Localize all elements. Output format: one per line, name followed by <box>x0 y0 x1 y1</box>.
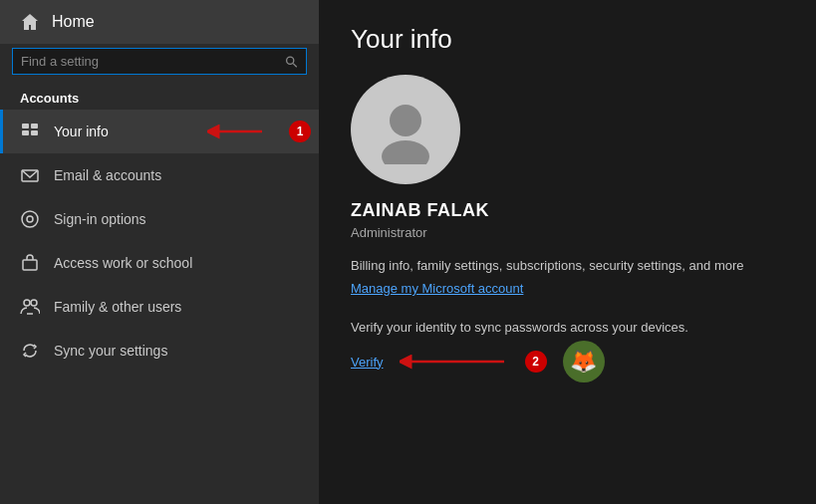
user-name: ZAINAB FALAK <box>351 200 784 221</box>
family-icon <box>20 297 40 317</box>
verify-row: Verify 2 🦊 <box>351 341 784 382</box>
sidebar-item-home[interactable]: Home <box>0 0 319 44</box>
verify-text: Verify your identity to sync passwords a… <box>351 320 784 335</box>
sidebar-item-family-users[interactable]: Family & other users <box>0 285 319 329</box>
svg-line-1 <box>293 63 297 67</box>
annotation-bubble-2: 2 <box>525 351 547 373</box>
home-label: Home <box>52 13 95 31</box>
search-icon <box>285 55 298 69</box>
search-box[interactable] <box>12 48 307 75</box>
your-info-label: Your info <box>54 124 109 139</box>
search-input[interactable] <box>21 54 279 69</box>
svg-rect-2 <box>22 124 29 128</box>
sidebar-item-access-work[interactable]: Access work or school <box>0 241 319 285</box>
sign-in-label: Sign-in options <box>54 211 146 227</box>
access-work-label: Access work or school <box>54 255 192 271</box>
annotation-arrow-1 <box>207 122 267 141</box>
billing-text: Billing info, family settings, subscript… <box>351 258 784 273</box>
mascot-avatar: 🦊 <box>563 341 605 382</box>
svg-point-10 <box>27 216 33 222</box>
svg-point-15 <box>382 140 429 164</box>
svg-point-13 <box>31 300 37 306</box>
svg-rect-11 <box>23 260 37 270</box>
your-info-icon <box>20 122 40 141</box>
sidebar-item-your-info[interactable]: Your info 1 <box>0 110 319 153</box>
sidebar-item-email-accounts[interactable]: Email & accounts <box>0 153 319 197</box>
svg-rect-5 <box>31 130 38 135</box>
manage-account-link[interactable]: Manage my Microsoft account <box>351 281 523 296</box>
page-title: Your info <box>351 24 784 55</box>
avatar-icon <box>371 95 440 164</box>
sync-icon <box>20 341 40 361</box>
svg-point-9 <box>22 211 38 227</box>
email-accounts-label: Email & accounts <box>54 167 161 183</box>
user-role: Administrator <box>351 225 784 240</box>
svg-point-12 <box>24 300 30 306</box>
home-icon <box>20 12 40 32</box>
family-users-label: Family & other users <box>54 299 181 315</box>
annotation-arrow-2 <box>400 351 509 373</box>
svg-rect-3 <box>31 124 38 128</box>
sidebar-item-sign-in[interactable]: Sign-in options <box>0 197 319 241</box>
email-icon <box>20 165 40 185</box>
svg-point-14 <box>390 105 421 136</box>
access-work-icon <box>20 253 40 273</box>
sidebar-item-sync[interactable]: Sync your settings <box>0 329 319 373</box>
main-content: Your info ZAINAB FALAK Administrator Bil… <box>319 0 816 504</box>
svg-rect-4 <box>22 130 29 135</box>
sync-label: Sync your settings <box>54 343 167 359</box>
avatar <box>351 75 460 184</box>
verify-link[interactable]: Verify <box>351 355 384 370</box>
accounts-section-title: Accounts <box>0 83 319 110</box>
sidebar: Home Accounts Your info 1 <box>0 0 319 504</box>
verify-section: Verify your identity to sync passwords a… <box>351 320 784 382</box>
annotation-bubble-1: 1 <box>289 121 311 142</box>
svg-point-0 <box>287 57 294 64</box>
sign-in-icon <box>20 209 40 229</box>
